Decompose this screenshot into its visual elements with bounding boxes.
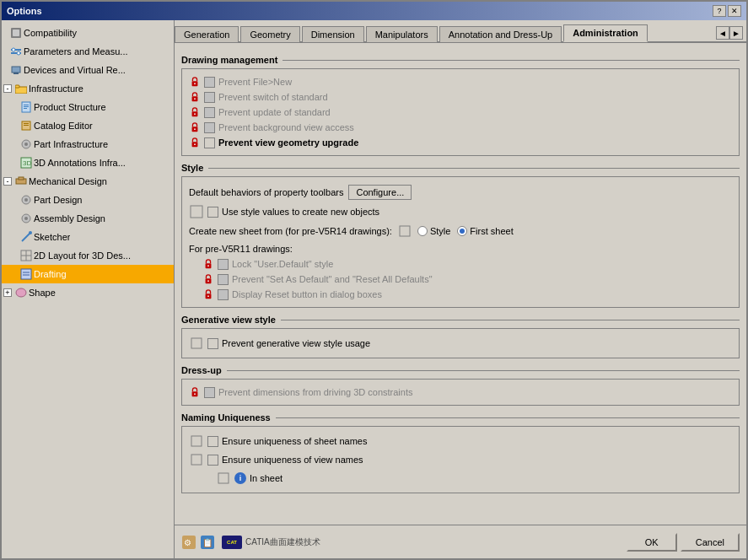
label-lock-user-default: Lock "User.Default" style	[232, 259, 333, 269]
ok-button[interactable]: OK	[627, 533, 677, 552]
svg-point-51	[207, 280, 209, 282]
infrastructure-expand[interactable]: -	[3, 84, 12, 93]
svg-rect-6	[12, 67, 20, 73]
option-prevent-generative: Prevent generative view style usage	[189, 334, 732, 353]
checkbox-prevent-dimensions[interactable]	[204, 387, 215, 398]
close-button[interactable]: ✕	[728, 5, 741, 17]
checkbox-prevent-file-new[interactable]	[204, 77, 215, 88]
tab-geometry[interactable]: Geometry	[240, 26, 299, 42]
help-button[interactable]: ?	[713, 5, 726, 17]
brand-text: CATIA曲面建模技术	[245, 536, 320, 548]
tab-scroll-right[interactable]: ►	[729, 26, 743, 40]
sidebar-item-infrastructure[interactable]: - Infrastructure	[2, 79, 174, 98]
svg-point-49	[207, 265, 209, 267]
lock-icon-4	[189, 121, 201, 133]
svg-rect-11	[24, 105, 29, 105]
label-prevent-bg-view: Prevent background view access	[218, 122, 354, 132]
sidebar-item-2d-layout[interactable]: 2D Layout for 3D Des...	[2, 246, 174, 265]
checkbox-prevent-update-standard[interactable]	[204, 107, 215, 118]
svg-point-18	[24, 143, 28, 146]
use-style-icon	[189, 204, 204, 219]
checkbox-display-reset-btn[interactable]	[218, 289, 229, 300]
drawing-management-box: Prevent File>New Prevent switch of	[181, 68, 740, 156]
sidebar-item-shape[interactable]: + Shape	[2, 283, 174, 302]
tab-dimension[interactable]: Dimension	[302, 26, 364, 42]
drawing-management-header: Drawing management	[181, 55, 740, 65]
part-design-label: Part Design	[34, 195, 82, 205]
lock-icon-7	[202, 273, 214, 285]
label-unique-sheet-names: Ensure uniqueness of sheet names	[222, 436, 367, 446]
sidebar-item-compatibility[interactable]: Compatibility	[2, 24, 174, 42]
svg-rect-15	[24, 123, 29, 124]
checkbox-prevent-generative[interactable]	[207, 338, 218, 349]
product-structure-label: Product Structure	[34, 102, 106, 112]
checkbox-lock-user-default[interactable]	[218, 259, 229, 270]
option-prevent-dimensions: Prevent dimensions from driving 3D const…	[189, 385, 732, 400]
svg-rect-59	[218, 473, 229, 483]
svg-rect-16	[24, 125, 29, 126]
shape-expand[interactable]: +	[3, 288, 12, 297]
tab-manipulators[interactable]: Manipulators	[366, 26, 438, 42]
label-prevent-switch-standard: Prevent switch of standard	[218, 92, 328, 102]
svg-rect-9	[15, 85, 19, 88]
brand-logo: CAT CATIA曲面建模技术	[222, 536, 320, 549]
svg-point-28	[29, 231, 32, 234]
svg-rect-46	[191, 206, 202, 218]
svg-text:3D: 3D	[23, 159, 31, 167]
svg-rect-54	[191, 338, 202, 348]
svg-rect-1	[13, 30, 19, 36]
radio-btn-style[interactable]	[417, 226, 428, 236]
generative-view-style-box: Prevent generative view style usage	[181, 328, 740, 358]
checkbox-unique-sheet-names[interactable]	[207, 436, 218, 447]
tab-annotation[interactable]: Annotation and Dress-Up	[439, 26, 562, 42]
configure-button[interactable]: Configure...	[348, 185, 412, 200]
3d-annotations-icon: 3D	[19, 155, 34, 170]
part-design-icon	[19, 192, 34, 207]
drafting-label: Drafting	[34, 269, 67, 279]
tab-scroll-left[interactable]: ◄	[716, 26, 729, 40]
lock-icon-5	[189, 137, 201, 148]
sidebar-item-parameters[interactable]: Parameters and Measu...	[2, 42, 174, 61]
checkbox-use-style[interactable]	[207, 207, 218, 218]
radio-btn-first-sheet[interactable]	[457, 226, 467, 236]
2d-layout-icon	[19, 248, 34, 263]
sidebar-item-part-infrastructure[interactable]: Part Infrastructure	[2, 135, 174, 153]
sidebar-item-3d-annotations[interactable]: 3D 3D Annotations Infra...	[2, 153, 174, 172]
tab-generation[interactable]: Generation	[175, 26, 239, 42]
checkbox-prevent-bg-view[interactable]	[204, 122, 215, 133]
tab-administration[interactable]: Administration	[563, 24, 648, 42]
product-structure-icon	[19, 100, 34, 115]
default-behaviors-row: Default behaviors of property toolbars C…	[189, 182, 732, 202]
create-new-sheet-label: Create new sheet from (for pre-V5R14 dra…	[189, 226, 392, 236]
compatibility-label: Compatibility	[24, 28, 77, 38]
mechanical-design-expand[interactable]: -	[3, 177, 12, 186]
option-prevent-bg-view: Prevent background view access	[189, 120, 732, 135]
sidebar-item-mechanical-design[interactable]: - Mechanical Design	[2, 172, 174, 191]
svg-point-56	[194, 393, 196, 395]
cancel-button[interactable]: Cancel	[681, 533, 740, 552]
svg-point-26	[24, 217, 28, 220]
style-header: Style	[181, 163, 740, 173]
catalog-editor-label: Catalog Editor	[34, 121, 93, 131]
option-prevent-file-new: Prevent File>New	[189, 74, 732, 89]
checkbox-prevent-view-geometry[interactable]	[204, 137, 215, 148]
sidebar-item-product-structure[interactable]: Product Structure	[2, 98, 174, 116]
catia-logo: CAT	[222, 536, 242, 549]
sketcher-icon	[19, 229, 34, 245]
checkbox-unique-view-names[interactable]	[207, 455, 218, 466]
style-box: Default behaviors of property toolbars C…	[181, 176, 740, 308]
lock-icon-8	[202, 288, 214, 300]
sidebar-item-sketcher[interactable]: Sketcher	[2, 228, 174, 246]
part-infrastructure-label: Part Infrastructure	[34, 139, 108, 149]
sidebar-item-part-design[interactable]: Part Design	[2, 191, 174, 209]
checkbox-prevent-set-default[interactable]	[218, 274, 229, 285]
sidebar-item-devices[interactable]: Devices and Virtual Re...	[2, 61, 174, 79]
sidebar-item-assembly-design[interactable]: Assembly Design	[2, 209, 174, 228]
parameters-label: Parameters and Measu...	[24, 46, 128, 57]
option-prevent-update-standard: Prevent update of standard	[189, 105, 732, 120]
checkbox-prevent-switch-standard[interactable]	[204, 92, 215, 103]
sidebar-item-drafting[interactable]: Drafting	[2, 265, 174, 283]
svg-rect-22	[19, 177, 24, 180]
sidebar-item-catalog-editor[interactable]: Catalog Editor	[2, 116, 174, 135]
unique-sheet-icon	[189, 433, 204, 449]
